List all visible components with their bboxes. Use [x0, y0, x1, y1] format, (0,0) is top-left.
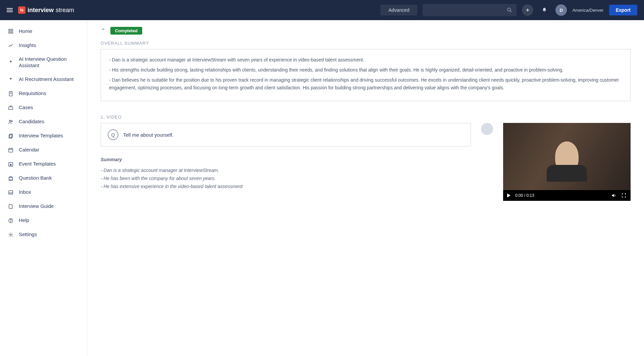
video-thumbnail[interactable]: [503, 123, 631, 190]
svg-rect-21: [9, 177, 13, 180]
main-content: ⌃ Completed OVERALL SUMMARY - Dan is a s…: [87, 20, 644, 356]
sidebar-item-label: Settings: [19, 231, 37, 238]
chart-icon: [7, 42, 14, 49]
search-icon: [506, 7, 513, 13]
sidebar-item-help[interactable]: Help: [0, 214, 87, 228]
chevron-up-icon[interactable]: ⌃: [101, 27, 106, 35]
sparkle-icon: [7, 59, 14, 66]
svg-rect-5: [11, 29, 13, 31]
sidebar-item-label: Help: [19, 217, 29, 224]
video-controls: 0:00 / 0:13: [503, 190, 631, 201]
sidebar: Home Insights AI Interview Question Assi…: [0, 20, 87, 356]
brand-mark-icon: is: [18, 6, 25, 14]
status-badge: Completed: [110, 27, 142, 35]
fullscreen-icon[interactable]: [621, 193, 627, 198]
sidebar-item-requisitions[interactable]: Requisitions: [0, 87, 87, 101]
sub-summary-line: - He has been with the company for about…: [101, 175, 255, 183]
add-button[interactable]: [522, 4, 533, 16]
question-summary-block: Summary - Dan is a strategic account man…: [101, 156, 255, 190]
brand-logo: is interviewstream: [18, 6, 74, 14]
sidebar-item-cases[interactable]: Cases: [0, 101, 87, 115]
document-icon: [7, 90, 14, 97]
volume-icon[interactable]: [611, 193, 616, 198]
overall-summary-label: OVERALL SUMMARY: [101, 41, 631, 46]
sidebar-item-label: Cases: [19, 104, 33, 111]
content-top-row: ⌃ Completed: [101, 27, 631, 35]
sidebar-item-ai-question-assistant[interactable]: AI Interview Question Assistant: [0, 52, 87, 73]
svg-rect-4: [9, 29, 10, 31]
svg-rect-7: [11, 32, 13, 34]
overall-summary-box: - Dan is a strategic account manager at …: [101, 49, 631, 101]
sidebar-item-label: AI Interview Question Assistant: [19, 56, 79, 69]
sidebar-item-label: Candidates: [19, 119, 44, 125]
play-icon[interactable]: [507, 193, 511, 197]
summary-line: - Dan believes he is suitable for the po…: [109, 76, 622, 92]
sidebar-item-label: Interview Guide: [19, 203, 54, 210]
person-silhouette-icon: [555, 141, 579, 172]
sidebar-item-label: AI Recruitment Assistant: [19, 76, 73, 83]
hamburger-menu-icon[interactable]: [7, 8, 13, 12]
plus-icon: [525, 7, 531, 13]
question-column: Q Tell me about yourself. Summary - Dan …: [101, 123, 471, 190]
sidebar-item-label: Inbox: [19, 189, 31, 195]
body-layout: Home Insights AI Interview Question Assi…: [0, 20, 644, 356]
sparkle-icon: [7, 76, 14, 83]
sidebar-item-settings[interactable]: Settings: [0, 228, 87, 242]
svg-point-25: [10, 221, 11, 222]
briefcase-icon: [7, 104, 14, 111]
sidebar-item-inbox[interactable]: Inbox: [0, 185, 87, 199]
sidebar-item-label: Requisitions: [19, 90, 46, 97]
svg-rect-16: [9, 148, 13, 152]
svg-point-0: [507, 8, 511, 11]
bank-icon: [7, 175, 14, 182]
sidebar-item-ai-recruitment-assistant[interactable]: AI Recruitment Assistant: [0, 73, 87, 87]
sidebar-item-insights[interactable]: Insights: [0, 38, 87, 52]
sidebar-item-label: Calendar: [19, 147, 39, 153]
video-row: Q Tell me about yourself. Summary - Dan …: [101, 123, 631, 201]
export-button[interactable]: Export: [609, 5, 637, 15]
sidebar-item-interview-guide[interactable]: Interview Guide: [0, 199, 87, 214]
video-timecode: 0:00 / 0:13: [515, 193, 534, 198]
svg-point-12: [9, 120, 11, 122]
search-input[interactable]: [423, 4, 517, 16]
brand-name-thin: stream: [56, 7, 74, 14]
brand-name-bold: interview: [28, 7, 54, 14]
sidebar-item-calendar[interactable]: Calendar: [0, 143, 87, 157]
sidebar-item-label: Interview Templates: [19, 133, 63, 139]
candidate-avatar: [481, 123, 493, 135]
users-icon: [7, 119, 14, 125]
user-avatar[interactable]: D: [555, 4, 567, 16]
sub-summary-title: Summary: [101, 156, 255, 164]
sidebar-item-question-bank[interactable]: Question Bank: [0, 171, 87, 185]
question-mark-icon: Q: [108, 129, 118, 140]
book-icon: [7, 203, 14, 210]
sidebar-item-home[interactable]: Home: [0, 24, 87, 38]
calendar-icon: [7, 147, 14, 153]
timezone-label: America/Denver: [572, 8, 603, 13]
sidebar-item-interview-templates[interactable]: Interview Templates: [0, 129, 87, 143]
inbox-icon: [7, 189, 14, 196]
sidebar-item-candidates[interactable]: Candidates: [0, 115, 87, 129]
video-section: 1. VIDEO Q Tell me about yourself. Summa…: [101, 115, 631, 201]
help-icon: [7, 217, 14, 224]
svg-point-13: [11, 120, 12, 122]
tab-advanced[interactable]: Advanced: [380, 5, 417, 15]
video-section-label: 1. VIDEO: [101, 115, 631, 120]
sidebar-item-event-templates[interactable]: Event Templates: [0, 157, 87, 171]
sub-summary-line: - He has extensive experience in the vid…: [101, 183, 255, 191]
video-player[interactable]: 0:00 / 0:13: [503, 123, 631, 201]
question-card: Q Tell me about yourself.: [101, 123, 471, 146]
summary-line: - Dan is a strategic account manager at …: [109, 56, 622, 64]
calendar-star-icon: [7, 161, 14, 168]
sub-summary-line: - Dan is a strategic account manager at …: [101, 167, 255, 175]
svg-line-1: [511, 11, 512, 12]
copy-icon: [7, 133, 14, 139]
svg-rect-6: [9, 32, 10, 34]
sidebar-item-label: Home: [19, 28, 32, 35]
sidebar-item-label: Event Templates: [19, 161, 56, 167]
grid-icon: [7, 28, 14, 35]
svg-rect-11: [9, 107, 13, 109]
notifications-button[interactable]: [539, 4, 550, 16]
top-header: is interviewstream Advanced D America/De…: [0, 0, 644, 20]
question-text: Tell me about yourself.: [123, 132, 173, 138]
